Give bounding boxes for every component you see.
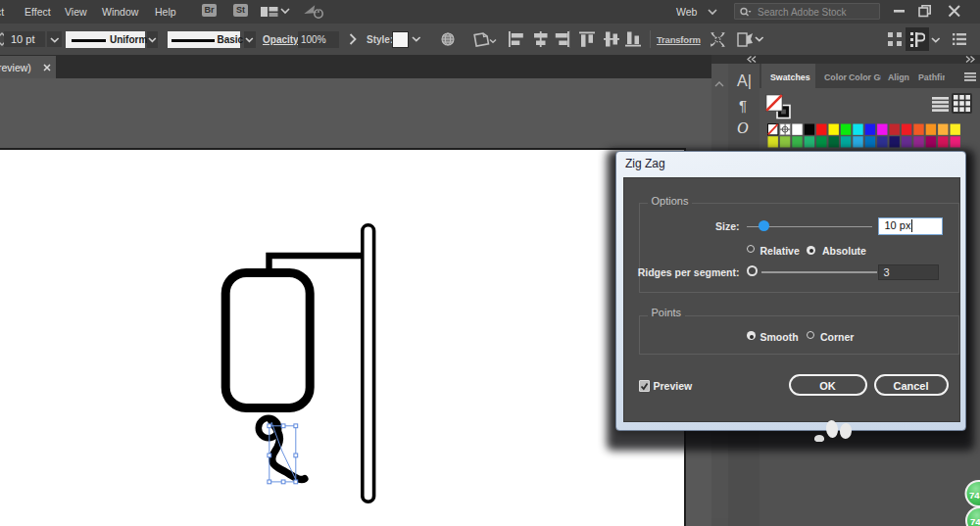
svg-text:74: 74 <box>970 516 980 526</box>
svg-text:74: 74 <box>969 490 980 501</box>
